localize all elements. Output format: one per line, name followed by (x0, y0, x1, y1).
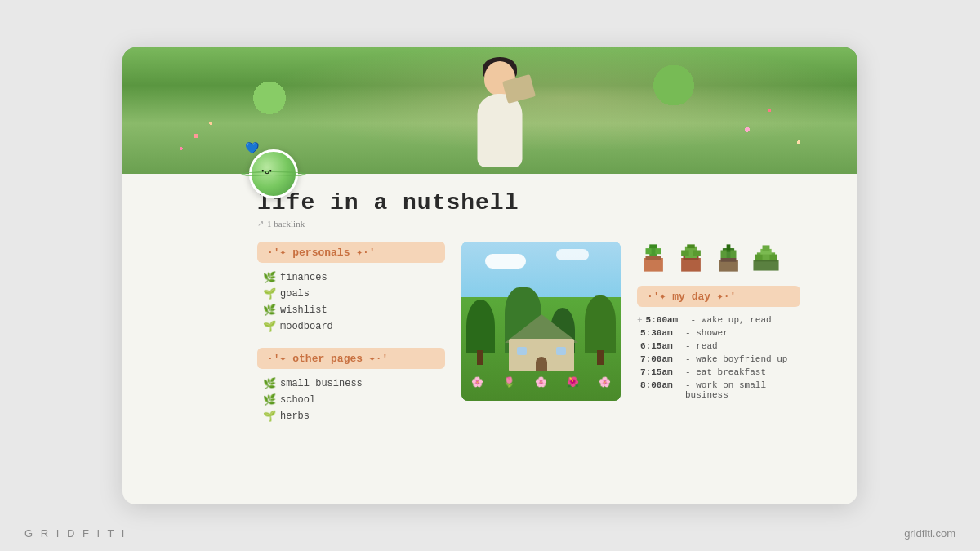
item-label: goals (280, 288, 310, 300)
house-body (509, 339, 574, 371)
personals-list: 🌿 finances 🌱 goals 🌿 wishlist 🌱 moodboar… (257, 269, 445, 335)
schedule-time: 7:00am (640, 354, 685, 364)
list-item[interactable]: 🌿 small business (257, 375, 445, 392)
tree (466, 300, 495, 353)
main-columns: ·'✦ personals ✦·' 🌿 finances 🌱 goals 🌿 w… (257, 242, 723, 438)
center-column: 🌸 🌷 🌸 🌺 🌸 (461, 242, 621, 401)
svg-rect-25 (763, 245, 770, 251)
svg-rect-6 (681, 258, 701, 272)
svg-rect-9 (681, 250, 689, 256)
schedule-activity: - eat breakfast (685, 367, 766, 377)
leaf-icon: 🌿 (264, 272, 275, 283)
pixel-plant-4 (750, 242, 782, 274)
pixel-plant-3 (712, 242, 745, 274)
svg-rect-1 (646, 256, 662, 260)
avatar-container: •ᴗ• 💙 (249, 149, 306, 207)
list-item[interactable]: 🌱 goals (257, 286, 445, 302)
house-window-left (517, 347, 527, 355)
schedule-activity: - shower (685, 328, 728, 338)
heart-icon: 💙 (245, 141, 259, 155)
schedule-activity: - wake up, read (691, 315, 772, 325)
svg-rect-13 (721, 258, 737, 262)
house-door (536, 357, 547, 371)
page-title: life in a nutshell (257, 190, 723, 216)
list-item[interactable]: 🌱 moodboard (257, 318, 445, 335)
schedule-list: + 5:00am - wake up, read 5:30am - shower… (637, 313, 800, 402)
left-column: ·'✦ personals ✦·' 🌿 finances 🌱 goals 🌿 w… (257, 242, 445, 438)
personals-label: ·'✦ personals ✦·' (267, 246, 376, 259)
schedule-item[interactable]: 5:30am - shower (637, 327, 800, 340)
pixel-plant-2 (675, 242, 707, 274)
tree (585, 295, 616, 353)
schedule-time: 8:00am (640, 380, 685, 390)
cottage-house (509, 314, 574, 371)
list-item[interactable]: 🌿 finances (257, 269, 445, 286)
svg-rect-11 (687, 244, 695, 248)
svg-rect-22 (755, 254, 763, 260)
page-wrapper: •ᴗ• 💙 life in a nutshell ↗ 1 backlink ·'… (122, 47, 858, 504)
svg-rect-4 (655, 248, 661, 254)
other-pages-label: ·'✦ other pages ✦·' (267, 352, 388, 365)
cottage-cloud2 (556, 249, 589, 260)
backlink-icon: ↗ (257, 219, 264, 228)
svg-rect-10 (693, 250, 701, 256)
herb-icon: 🌿 (264, 304, 275, 316)
backlink-text: 1 backlink (267, 219, 305, 229)
list-item[interactable]: 🌿 school (257, 392, 445, 408)
content-area: life in a nutshell ↗ 1 backlink ·'✦ pers… (122, 174, 858, 454)
banner-character (451, 53, 549, 167)
svg-rect-5 (649, 244, 657, 248)
svg-rect-23 (769, 254, 777, 260)
schedule-time: 7:15am (640, 367, 685, 377)
char-body (478, 94, 523, 167)
schedule-time: 5:30am (640, 328, 685, 338)
add-icon: + (637, 315, 643, 325)
leaf-icon-2: 🌿 (264, 378, 275, 389)
schedule-item[interactable]: 7:15am - eat breakfast (637, 366, 800, 379)
other-pages-section-header: ·'✦ other pages ✦·' (257, 348, 445, 369)
plants-row (637, 242, 800, 274)
sprout-icon: 🌱 (264, 321, 275, 332)
schedule-time: 6:15am (640, 341, 685, 351)
right-column: ·'✦ my day ✦·' + 5:00am - wake up, read … (637, 242, 800, 402)
list-item[interactable]: 🌱 herbs (257, 408, 445, 424)
schedule-item[interactable]: 7:00am - wake boyfriend up (637, 353, 800, 366)
header-banner (122, 47, 858, 174)
schedule-activity: - work on small business (685, 380, 800, 400)
avatar-planet: •ᴗ• (249, 149, 298, 198)
cottage-flowers: 🌸 🌷 🌸 🌺 🌸 (461, 376, 621, 393)
my-day-header: ·'✦ my day ✦·' (637, 286, 800, 307)
item-label: moodboard (280, 321, 333, 332)
schedule-item[interactable]: 6:15am - read (637, 340, 800, 353)
planet-face: •ᴗ• (261, 167, 272, 176)
herb-icon-2: 🌿 (264, 394, 275, 406)
schedule-item[interactable]: 8:00am - work on small business (637, 379, 800, 402)
branding-left: G R I D F I T I (24, 527, 127, 540)
item-label: school (280, 394, 315, 406)
svg-rect-0 (644, 258, 663, 272)
branding-right: gridfiti.com (904, 527, 956, 540)
backlink[interactable]: ↗ 1 backlink (257, 219, 723, 229)
other-pages-list: 🌿 small business 🌿 school 🌱 herbs (257, 375, 445, 424)
my-day-label: ·'✦ my day ✦·' (647, 291, 736, 303)
item-label: small business (280, 378, 363, 389)
personals-section-header: ·'✦ personals ✦·' (257, 242, 445, 263)
schedule-activity: - wake boyfriend up (685, 354, 787, 364)
cottage-image: 🌸 🌷 🌸 🌺 🌸 (461, 242, 621, 401)
item-label: wishlist (280, 304, 327, 316)
schedule-time: 5:00am (646, 315, 691, 325)
house-window-right (556, 347, 566, 355)
pixel-plant-1 (637, 242, 670, 274)
list-item[interactable]: 🌿 wishlist (257, 302, 445, 318)
cottage-cloud1 (485, 254, 526, 269)
planet-ring (241, 171, 306, 176)
svg-rect-18 (730, 250, 736, 258)
seedling-icon-2: 🌱 (264, 411, 275, 422)
item-label: herbs (280, 411, 310, 422)
svg-rect-17 (721, 250, 727, 258)
schedule-activity: - read (685, 341, 718, 351)
svg-rect-3 (646, 248, 652, 254)
schedule-item[interactable]: + 5:00am - wake up, read (637, 313, 800, 327)
seedling-icon: 🌱 (264, 288, 275, 300)
item-label: finances (280, 272, 327, 283)
